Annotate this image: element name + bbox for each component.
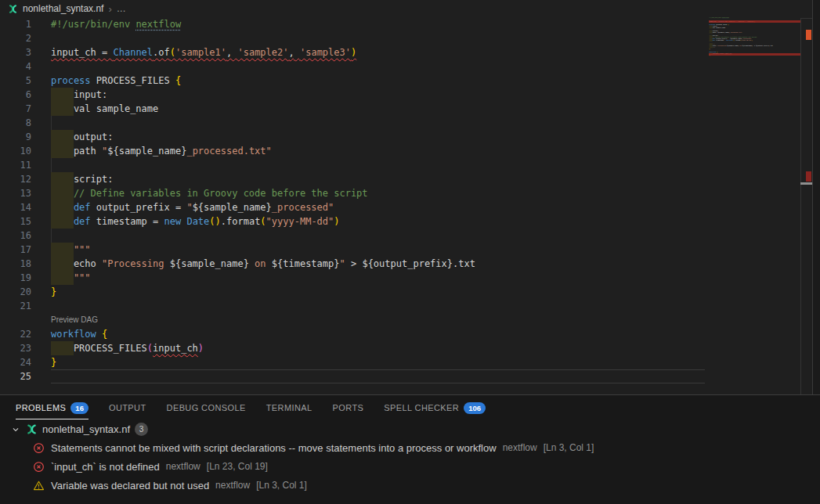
tab-label: DEBUG CONSOLE <box>167 403 246 412</box>
code-token: output: <box>74 131 114 142</box>
editor-edge-gutter <box>813 0 820 394</box>
problem-row[interactable]: Statements cannot be mixed with script d… <box>0 438 820 457</box>
line-number[interactable]: 21 <box>0 299 31 313</box>
code-line[interactable]: 1#!/usr/bin/env nextflow <box>0 17 709 31</box>
panel-tab-ports[interactable]: PORTS <box>323 395 374 420</box>
line-number[interactable]: 24 <box>0 355 31 369</box>
code-line[interactable]: 10path "${sample_name}_processed.txt" <box>0 144 709 158</box>
code-token: PROCESS_FILES <box>74 343 147 354</box>
problem-location: [Ln 3, Col 1] <box>256 480 307 491</box>
scrollbar-slider-edge <box>800 18 812 19</box>
code-line[interactable]: 6input: <box>0 88 709 102</box>
code-lines[interactable]: 1#!/usr/bin/env nextflow23input_ch = Cha… <box>0 17 709 383</box>
error-circle-icon <box>33 442 45 454</box>
line-number[interactable]: 22 <box>0 327 31 341</box>
code-line[interactable]: 4 <box>0 59 709 74</box>
line-number[interactable]: 25 <box>0 369 31 383</box>
code-token: ( <box>260 216 266 227</box>
warning-triangle-icon <box>33 480 45 491</box>
code-line[interactable]: 5process PROCESS_FILES { <box>0 74 709 88</box>
code-line <box>709 56 800 58</box>
code-token: input: <box>74 89 107 100</box>
line-number[interactable]: 10 <box>0 144 31 158</box>
problem-message: Statements cannot be mixed with script d… <box>51 442 497 454</box>
panel-tab-problems[interactable]: PROBLEMS16 <box>5 395 99 420</box>
line-number[interactable]: 4 <box>0 59 31 74</box>
code-token: ${timestamp} <box>272 258 340 269</box>
line-number[interactable]: 3 <box>0 45 31 59</box>
line-number[interactable]: 7 <box>0 102 31 116</box>
code-line[interactable]: 25 <box>0 369 709 383</box>
code-line[interactable]: 8 <box>0 116 709 130</box>
indent-highlight <box>51 172 74 186</box>
line-number[interactable]: 9 <box>0 130 31 144</box>
panel-tab-debug-console[interactable]: DEBUG CONSOLE <box>157 395 256 420</box>
line-number[interactable]: 14 <box>0 200 31 214</box>
code-line[interactable]: 13// Define variables in Groovy code bef… <box>0 186 709 200</box>
code-token: new <box>164 216 182 227</box>
line-number[interactable]: 11 <box>0 158 31 172</box>
code-line[interactable]: 12script: <box>0 172 709 186</box>
error-circle-icon <box>33 461 45 473</box>
code-line[interactable]: 19""" <box>0 271 709 285</box>
codelens-preview-dag[interactable]: Preview DAG <box>0 313 709 327</box>
panel-tab-output[interactable]: OUTPUT <box>99 395 157 420</box>
code-line[interactable]: 21 <box>0 299 709 313</box>
problems-file-name: nonlethal_syntax.nf <box>42 423 130 435</box>
line-number[interactable]: 20 <box>0 285 31 299</box>
indent-highlight <box>51 130 74 144</box>
code-line[interactable]: 14def output_prefix = "${sample_name}_pr… <box>0 200 709 214</box>
problem-message: `input_ch` is not defined <box>51 461 160 473</box>
chevron-down-icon[interactable] <box>10 424 21 435</box>
code-token: // Define variables in Groovy code befor… <box>74 188 368 199</box>
code-line[interactable]: 9output: <box>0 130 709 144</box>
code-token: "yyyy-MM-dd" <box>266 216 334 227</box>
line-number[interactable]: 17 <box>0 243 31 257</box>
minimap[interactable]: #!/usr/bin/env nextflowinput_ch = Channe… <box>709 17 800 385</box>
problem-row[interactable]: `input_ch` is not definednextflow[Ln 23,… <box>0 457 820 476</box>
code-token: output_prefix = <box>91 202 187 213</box>
code-line[interactable]: 16 <box>0 229 709 243</box>
code-line[interactable]: 17""" <box>0 243 709 257</box>
code-token: script: <box>74 174 114 185</box>
line-number[interactable]: 23 <box>0 341 31 355</box>
panel-tab-spell-checker[interactable]: SPELL CHECKER106 <box>374 395 496 420</box>
line-number[interactable]: 15 <box>0 214 31 229</box>
code-token <box>96 329 102 340</box>
code-line[interactable]: 15def timestamp = new Date().format("yyy… <box>0 214 709 229</box>
code-line[interactable]: 18echo "Processing ${sample_name} on ${t… <box>0 257 709 271</box>
code-line[interactable]: 23PROCESS_FILES(input_ch) <box>0 341 709 355</box>
line-number[interactable]: 6 <box>0 88 31 102</box>
line-number[interactable]: 2 <box>0 31 31 45</box>
code-token: workflow <box>51 329 96 340</box>
breadcrumb-file[interactable]: nonlethal_syntax.nf <box>23 3 103 14</box>
code-line[interactable]: 11 <box>0 158 709 172</box>
code-token: ${sample_name} <box>193 202 272 213</box>
code-line[interactable]: 7val sample_name <box>0 102 709 116</box>
problems-file-row[interactable]: nonlethal_syntax.nf3 <box>0 420 820 438</box>
panel-tabs: PROBLEMS16OUTPUTDEBUG CONSOLETERMINALPOR… <box>0 395 820 420</box>
panel-tab-terminal[interactable]: TERMINAL <box>256 395 323 420</box>
code-line[interactable]: 24} <box>0 355 709 369</box>
line-number[interactable]: 12 <box>0 172 31 186</box>
tab-label: OUTPUT <box>109 403 146 412</box>
code-token: } <box>51 286 56 297</box>
code-line[interactable]: 3input_ch = Channel.of('sample1', 'sampl… <box>0 45 709 59</box>
code-token: > <box>345 258 363 269</box>
line-number[interactable]: 19 <box>0 271 31 285</box>
line-number[interactable]: 1 <box>0 17 31 31</box>
code-line[interactable]: 22workflow { <box>0 327 709 341</box>
code-token: def <box>74 202 91 213</box>
bottom-panel: PROBLEMS16OUTPUTDEBUG CONSOLETERMINALPOR… <box>0 394 820 504</box>
tab-label: TERMINAL <box>266 403 312 412</box>
code-token: nextflow <box>135 19 181 30</box>
code-line[interactable]: 20} <box>0 285 709 299</box>
line-number[interactable]: 18 <box>0 257 31 271</box>
problem-row[interactable]: Variable was declared but not usednextfl… <box>0 476 820 495</box>
line-number[interactable]: 13 <box>0 186 31 200</box>
code-line[interactable]: 2 <box>0 31 709 45</box>
line-number[interactable]: 5 <box>0 74 31 88</box>
line-number[interactable]: 16 <box>0 229 31 243</box>
breadcrumb-overflow[interactable]: … <box>117 3 126 14</box>
line-number[interactable]: 8 <box>0 116 31 130</box>
